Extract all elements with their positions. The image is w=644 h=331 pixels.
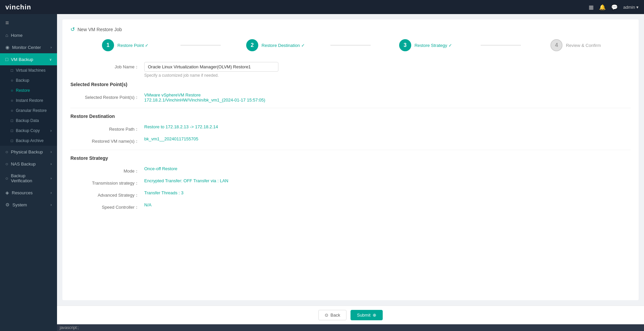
mode-text: Once-off Restore [144, 166, 177, 171]
vm-icon: □ [11, 68, 13, 73]
speed-text: N/A [144, 202, 152, 207]
chevron-backup-copy: › [50, 128, 52, 133]
chevron-backup-verification: › [51, 177, 52, 180]
job-name-hint: Specify a customized job name if needed. [144, 73, 631, 78]
sidebar-item-vm-backup[interactable]: □ VM Backup ∨ [0, 53, 57, 65]
sidebar-item-monitor-center[interactable]: ◉ Monitor Center › [0, 41, 57, 53]
divider-1 [70, 108, 631, 108]
step-divider-2 [330, 45, 371, 46]
step-4: 4 Review & Confirm [521, 39, 631, 51]
system-icon: ⚙ [5, 202, 10, 207]
sidebar-label-monitor: Monitor Center [12, 45, 41, 50]
sidebar-sub-virtual-machines[interactable]: □ Virtual Machines [0, 65, 57, 75]
page-title-bar: ↺ New VM Restore Job [70, 26, 631, 32]
physical-backup-icon: ○ [5, 149, 8, 154]
sidebar-item-home[interactable]: ⌂ Home [0, 29, 57, 41]
restore-points-value: VMware vSphereVM Restore 172.18.2.1/Vinc… [144, 92, 631, 103]
sidebar-label-system: System [12, 202, 27, 207]
restored-vm-label: Restored VM name(s)： [70, 136, 144, 144]
restore-points-row: Selected Restore Point(s)： VMware vSpher… [70, 92, 631, 103]
advanced-label: Advanced Strategy： [70, 190, 144, 198]
sidebar-item-resources[interactable]: ◈ Resources › [0, 187, 57, 199]
main-content: ↺ New VM Restore Job 1 Restore Point ✓ 2… [57, 14, 644, 331]
step-1-circle: 1 [102, 39, 114, 51]
grid-icon[interactable]: ▦ [589, 4, 594, 10]
sub-label-backup: Backup [16, 78, 29, 83]
restore-points-label: Selected Restore Point(s)： [70, 92, 144, 101]
restore-point-line1: VMware vSphereVM Restore [144, 92, 631, 97]
step-3-label: Restore Strategy ✓ [415, 43, 452, 48]
sidebar-label-vm-backup: VM Backup [11, 57, 33, 62]
sidebar-sub-backup-archive[interactable]: □ Backup Archive [0, 136, 57, 146]
sub-label-granular-restore: Granular Restore [16, 108, 47, 113]
sub-label-instant-restore: Instant Restore [16, 98, 43, 103]
nas-backup-icon: ○ [5, 161, 8, 167]
vm-backup-icon: □ [5, 57, 8, 62]
restore-path-row: Restore Path： Restore to 172.18.2.13 -> … [70, 124, 631, 132]
divider-2 [70, 150, 631, 150]
granular-restore-icon: ○ [11, 108, 13, 113]
sidebar-sub-backup[interactable]: ○ Backup [0, 75, 57, 85]
restored-vm-row: Restored VM name(s)： bk_vm1__20240117155… [70, 136, 631, 144]
speed-label: Speed Controller： [70, 202, 144, 210]
backup-data-icon: □ [11, 118, 13, 123]
status-text: javascript:; [60, 325, 79, 330]
layout: ≡ ⌂ Home ◉ Monitor Center › □ VM Backup … [0, 14, 644, 331]
sub-label-backup-archive: Backup Archive [16, 138, 44, 143]
job-name-label: Job Name： [70, 62, 144, 70]
chevron-resources: › [51, 191, 52, 195]
sidebar-sub-backup-data[interactable]: □ Backup Data [0, 116, 57, 126]
restore-path-label: Restore Path： [70, 124, 144, 132]
chevron-physical-backup: › [51, 150, 52, 154]
job-name-input[interactable] [144, 62, 278, 72]
logo: vinchin [5, 3, 31, 11]
step-3: 3 Restore Strategy ✓ [371, 39, 481, 51]
job-name-value: Specify a customized job name if needed. [144, 62, 631, 78]
chevron-nas-backup: › [51, 162, 52, 166]
transmission-value: Encrypted Transfer: OFF Transfer via : L… [144, 178, 631, 183]
sidebar: ≡ ⌂ Home ◉ Monitor Center › □ VM Backup … [0, 14, 57, 331]
step-divider-3 [481, 45, 521, 46]
footer-bar: ⊙ Back Submit ⊕ [57, 306, 644, 324]
restore-path-text: Restore to 172.18.2.13 -> 172.18.2.14 [144, 124, 631, 129]
sidebar-toggle[interactable]: ≡ [0, 17, 57, 29]
main-card: ↺ New VM Restore Job 1 Restore Point ✓ 2… [62, 19, 639, 300]
transmission-text: Encrypted Transfer: OFF Transfer via : L… [144, 178, 228, 183]
logo-chin: chin [16, 3, 31, 11]
restored-vm-line1: bk_vm1__20240117155705 [144, 136, 631, 141]
topbar-right: ▦ 🔔 💬 admin ▾ [589, 4, 639, 10]
transmission-row: Transmission strategy： Encrypted Transfe… [70, 178, 631, 186]
back-button[interactable]: ⊙ Back [318, 310, 346, 320]
mode-row: Mode： Once-off Restore [70, 166, 631, 174]
sidebar-sub-restore[interactable]: ○ Restore [0, 85, 57, 95]
selected-restore-points-section: Selected Restore Point(s) [70, 82, 631, 87]
topbar: vinchin ▦ 🔔 💬 admin ▾ [0, 0, 644, 14]
user-menu[interactable]: admin ▾ [623, 5, 639, 10]
sidebar-item-physical-backup[interactable]: ○ Physical Backup › [0, 146, 57, 158]
chevron-vm-backup: ∨ [49, 58, 52, 61]
submit-label: Submit [357, 313, 370, 318]
home-icon: ⌂ [5, 32, 8, 38]
bell-icon[interactable]: 🔔 [599, 4, 606, 10]
step-3-circle: 3 [399, 39, 411, 51]
restored-vm-value: bk_vm1__20240117155705 [144, 136, 631, 141]
sub-label-virtual-machines: Virtual Machines [16, 68, 46, 73]
sidebar-item-nas-backup[interactable]: ○ NAS Backup › [0, 158, 57, 170]
step-4-label: Review & Confirm [566, 43, 601, 48]
sidebar-sub-instant-restore[interactable]: ○ Instant Restore [0, 95, 57, 106]
submit-button[interactable]: Submit ⊕ [351, 310, 382, 320]
sidebar-sub-granular-restore[interactable]: ○ Granular Restore [0, 106, 57, 116]
back-icon: ⊙ [325, 313, 328, 318]
sidebar-sub-backup-copy[interactable]: □ Backup Copy › [0, 126, 57, 136]
chevron-system: › [51, 203, 52, 207]
status-bar: javascript:; [57, 324, 644, 331]
advanced-row: Advanced Strategy： Transfer Threads : 3 [70, 190, 631, 198]
backup-icon: ○ [11, 78, 13, 83]
sidebar-item-backup-verification[interactable]: ○ Backup Verification › [0, 170, 57, 187]
backup-verification-icon: ○ [5, 176, 8, 181]
job-name-row: Job Name： Specify a customized job name … [70, 62, 631, 78]
advanced-value: Transfer Threads : 3 [144, 190, 631, 195]
sidebar-item-system[interactable]: ⚙ System › [0, 199, 57, 211]
instant-restore-icon: ○ [11, 98, 13, 103]
chat-icon[interactable]: 💬 [611, 4, 618, 10]
